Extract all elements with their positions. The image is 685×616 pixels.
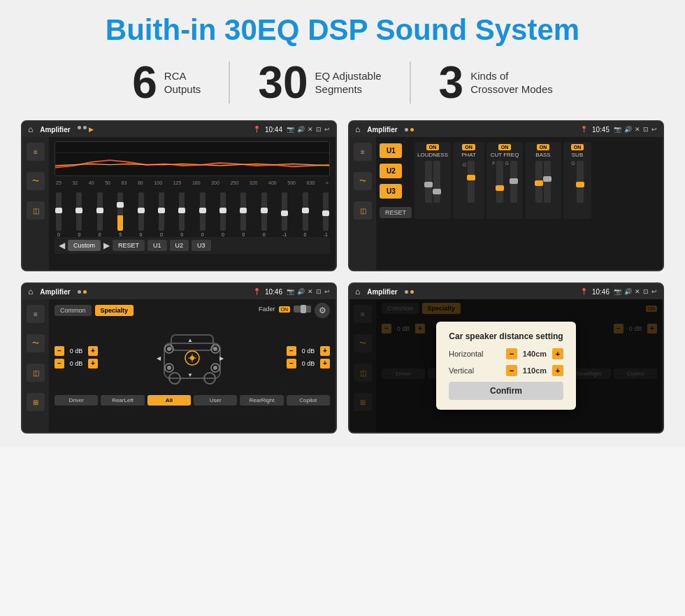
eq-content: ≡ 〜 ◫: [22, 137, 336, 270]
cross-reset-btn[interactable]: RESET: [380, 207, 412, 218]
sub-label: SUB: [572, 152, 583, 158]
next-btn[interactable]: ▶: [103, 241, 110, 250]
rear-left-btn[interactable]: RearLeft: [101, 395, 144, 406]
cross-sidebar-icon-3[interactable]: ◫: [354, 201, 372, 220]
eq-sidebar-icon-2[interactable]: 〜: [27, 172, 45, 190]
stat-label-crossover: Kinds ofCrossover Modes: [470, 69, 553, 96]
loudness-slider-2[interactable]: [433, 161, 440, 203]
left-vol2-plus[interactable]: +: [88, 359, 98, 368]
spec-sidebar-icon-1[interactable]: ≡: [27, 305, 45, 323]
cross-dot2: [410, 128, 414, 131]
eq-slider-11[interactable]: -1: [282, 192, 287, 237]
left-vol1-minus[interactable]: −: [55, 346, 64, 356]
user-btn[interactable]: User: [194, 395, 237, 406]
right-vol2-minus[interactable]: −: [287, 359, 296, 368]
cutfreq-slider-g[interactable]: [510, 161, 517, 203]
eq-slider-0[interactable]: 0: [56, 192, 62, 237]
prev-btn[interactable]: ◀: [59, 241, 65, 250]
stat-number-crossover: 3: [439, 60, 464, 105]
eq-slider-10[interactable]: 0: [261, 192, 267, 237]
right-vol1-plus[interactable]: +: [320, 346, 330, 356]
eq-slider-7[interactable]: 0: [200, 192, 206, 237]
cutfreq-sliders: F G: [492, 161, 517, 217]
confirm-button[interactable]: Confirm: [449, 382, 563, 400]
common-tab[interactable]: Common: [55, 305, 92, 316]
left-vol2-minus[interactable]: −: [55, 359, 64, 368]
car-icon-area: ▲ ▼ ◀ ▶: [154, 322, 231, 392]
spec-dot2: [83, 290, 87, 294]
spec-sidebar-icon-2[interactable]: 〜: [27, 334, 45, 352]
eq-slider-4[interactable]: 0: [138, 192, 144, 237]
rear-right-btn[interactable]: RearRight: [240, 395, 283, 406]
loudness-slider-1[interactable]: [425, 161, 432, 203]
spec-dot1: [78, 290, 81, 294]
cutfreq-slider-f[interactable]: [496, 161, 503, 203]
screen-specialty: ⌂ Amplifier 📍 10:46 📷 🔊 ✕ ⊡ ↩: [21, 282, 337, 434]
eq-slider-1[interactable]: 0: [76, 192, 82, 237]
eq-sidebar-icon-3[interactable]: ◫: [27, 201, 45, 220]
cross-dot1: [405, 128, 408, 131]
phat-on: ON: [462, 144, 475, 150]
eq-slider-3[interactable]: 5: [117, 192, 123, 237]
fader-row: Fader ON: [259, 306, 311, 313]
phat-label: PHAT: [461, 152, 476, 158]
driver-btn[interactable]: Driver: [55, 395, 98, 406]
copilot-btn[interactable]: Copilot: [287, 395, 330, 406]
sub-slider[interactable]: [577, 161, 584, 203]
bass-slider-1[interactable]: [535, 161, 542, 203]
horizontal-plus-btn[interactable]: +: [552, 348, 563, 359]
eq-slider-5[interactable]: 0: [159, 192, 164, 237]
eq-main-area: 25 32 40 50 63 80 100 125 160 200 250 32…: [49, 137, 336, 270]
bass-slider-2[interactable]: [544, 161, 551, 203]
custom-btn[interactable]: Custom: [68, 240, 101, 251]
settings-icon[interactable]: ⚙: [315, 303, 330, 318]
cross-sidebar-icon-1[interactable]: ≡: [354, 143, 372, 161]
horizontal-minus-btn[interactable]: −: [506, 348, 517, 359]
eq-slider-6[interactable]: 0: [179, 192, 185, 237]
eq-slider-9[interactable]: 0: [240, 192, 246, 237]
speaker-layout: − 0 dB + − 0 dB +: [55, 322, 330, 392]
all-btn[interactable]: All: [147, 395, 191, 406]
spec-sidebar-icon-4[interactable]: ⊞: [27, 393, 45, 411]
eq-status-icons: 📷 🔊 ✕ ⊡ ↩: [287, 126, 330, 133]
eq-slider-8[interactable]: 0: [220, 192, 226, 237]
left-vol2-val: 0 dB: [66, 360, 86, 367]
eq-slider-2[interactable]: 0: [97, 192, 103, 237]
stat-rca: 6 RCAOutputs: [104, 60, 229, 105]
spec-tab-row: Common Specialty Fader ON ⚙: [55, 303, 330, 318]
horizontal-label: Horizontal: [449, 350, 484, 358]
cross-sidebar-icon-2[interactable]: 〜: [354, 172, 372, 190]
right-vol1-minus[interactable]: −: [287, 346, 296, 356]
specialty-tab[interactable]: Specialty: [95, 305, 134, 316]
freq-labels: 25 32 40 50 63 80 100 125 160 200 250 32…: [55, 180, 330, 185]
cross-app-name: Amplifier: [367, 126, 397, 134]
u3-btn[interactable]: U3: [192, 240, 211, 251]
svg-text:◀: ◀: [157, 355, 161, 361]
specialty-content: ≡ 〜 ◫ ⊞ Common Specialty Fader ON: [22, 299, 336, 432]
left-vol1-plus[interactable]: +: [88, 346, 98, 356]
loudness-channel: ON LOUDNESS: [414, 142, 451, 219]
phat-slider[interactable]: [468, 161, 475, 203]
u1-btn[interactable]: U1: [147, 240, 167, 251]
eq-slider-13[interactable]: -1: [323, 192, 329, 237]
svg-point-9: [167, 347, 171, 351]
vertical-minus-btn[interactable]: −: [506, 365, 517, 376]
eq-sidebar-icon-1[interactable]: ≡: [27, 143, 45, 161]
fader-slider[interactable]: [294, 306, 311, 313]
eq-slider-12[interactable]: 0: [303, 192, 308, 237]
car-svg: ▲ ▼ ◀ ▶: [154, 322, 231, 392]
window-icon: ⊡: [316, 126, 322, 133]
u1-cross-btn[interactable]: U1: [380, 143, 402, 158]
sub-sliders: G: [571, 161, 583, 217]
u3-cross-btn[interactable]: U3: [380, 184, 402, 199]
u2-btn[interactable]: U2: [170, 240, 189, 251]
reset-btn[interactable]: RESET: [113, 240, 145, 251]
vertical-plus-btn[interactable]: +: [552, 365, 563, 376]
page-wrapper: Buith-in 30EQ DSP Sound System 6 RCAOutp…: [0, 0, 685, 447]
spec-main: Common Specialty Fader ON ⚙: [49, 299, 336, 432]
right-vol2-plus[interactable]: +: [320, 359, 330, 368]
cross-left-sidebar: ≡ 〜 ◫: [349, 137, 376, 270]
spec-sidebar-icon-3[interactable]: ◫: [27, 364, 45, 382]
dialog-status-bar: ⌂ Amplifier 📍 10:46 📷 🔊 ✕ ⊡ ↩: [349, 284, 663, 299]
u2-cross-btn[interactable]: U2: [380, 164, 402, 178]
